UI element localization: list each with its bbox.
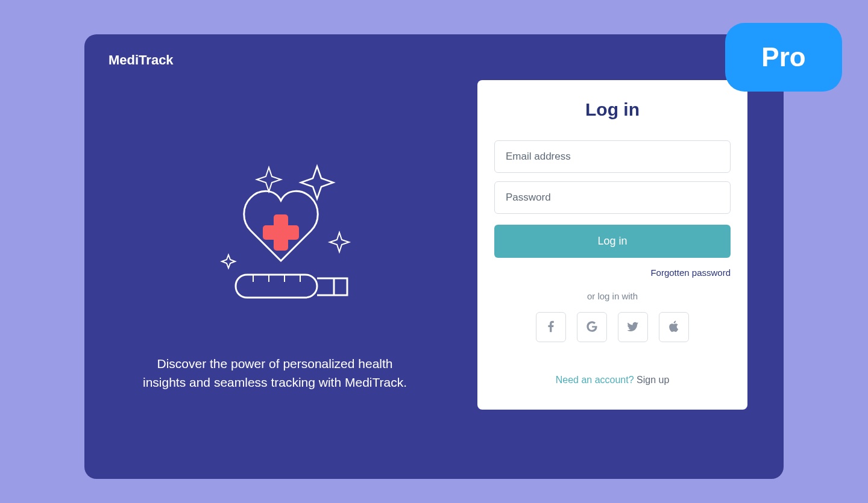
signup-prompt-text: Need an account?: [556, 375, 637, 385]
pro-badge-label: Pro: [761, 42, 805, 72]
login-card: Log in Log in Forgotten password or log …: [477, 80, 747, 410]
google-login-button[interactable]: [577, 312, 607, 342]
login-title: Log in: [494, 99, 731, 120]
facebook-icon: [544, 320, 558, 335]
illustration-wrap: Discover the power of personalized healt…: [108, 92, 441, 461]
left-panel: MediTrack: [84, 34, 465, 479]
tagline-text: Discover the power of personalized healt…: [136, 354, 414, 392]
password-field[interactable]: [494, 181, 731, 214]
social-divider-text: or log in with: [494, 291, 731, 301]
pro-badge: Pro: [725, 23, 842, 92]
svg-rect-1: [263, 225, 299, 240]
facebook-login-button[interactable]: [536, 312, 566, 342]
login-button[interactable]: Log in: [494, 225, 731, 258]
twitter-icon: [626, 320, 640, 335]
email-field[interactable]: [494, 140, 731, 173]
forgot-password-link[interactable]: Forgotten password: [494, 267, 731, 278]
health-hand-heart-icon: [178, 161, 371, 330]
google-icon: [585, 320, 599, 335]
social-login-row: [494, 312, 731, 342]
apple-icon: [667, 320, 681, 335]
signup-prompt-row: Need an account? Sign up: [494, 375, 731, 386]
apple-login-button[interactable]: [659, 312, 689, 342]
signup-link[interactable]: Sign up: [637, 375, 669, 385]
right-panel: Log in Log in Forgotten password or log …: [465, 34, 784, 479]
brand-logo: MediTrack: [108, 52, 441, 68]
main-card: MediTrack: [84, 34, 784, 479]
twitter-login-button[interactable]: [618, 312, 648, 342]
